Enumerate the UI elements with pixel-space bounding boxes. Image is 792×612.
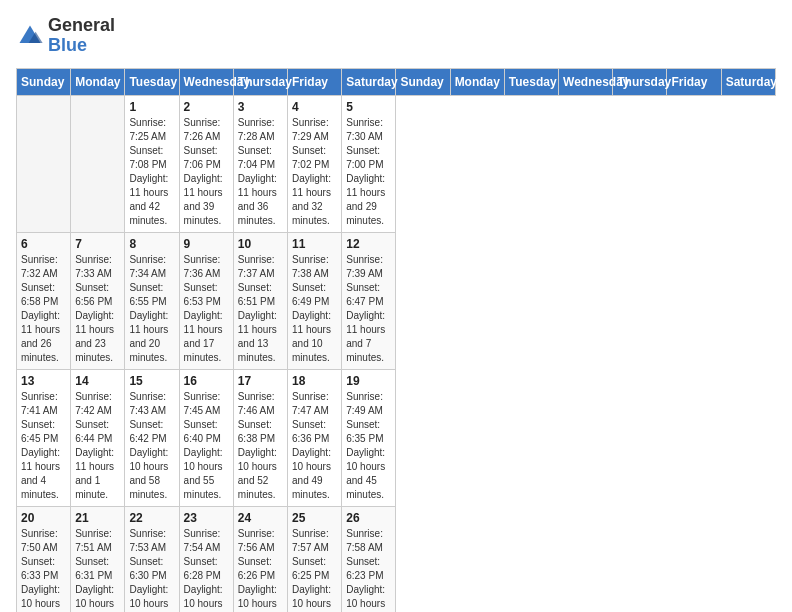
day-number: 22 (129, 511, 174, 525)
day-info: Sunrise: 7:32 AMSunset: 6:58 PMDaylight:… (21, 253, 66, 365)
day-info: Sunrise: 7:42 AMSunset: 6:44 PMDaylight:… (75, 390, 120, 502)
calendar-cell: 16Sunrise: 7:45 AMSunset: 6:40 PMDayligh… (179, 369, 233, 506)
calendar-cell: 12Sunrise: 7:39 AMSunset: 6:47 PMDayligh… (342, 232, 396, 369)
day-info: Sunrise: 7:49 AMSunset: 6:35 PMDaylight:… (346, 390, 391, 502)
day-number: 5 (346, 100, 391, 114)
calendar-week-row: 20Sunrise: 7:50 AMSunset: 6:33 PMDayligh… (17, 506, 776, 612)
day-number: 8 (129, 237, 174, 251)
calendar-cell: 24Sunrise: 7:56 AMSunset: 6:26 PMDayligh… (233, 506, 287, 612)
calendar-cell: 3Sunrise: 7:28 AMSunset: 7:04 PMDaylight… (233, 95, 287, 232)
day-info: Sunrise: 7:57 AMSunset: 6:25 PMDaylight:… (292, 527, 337, 612)
day-info: Sunrise: 7:45 AMSunset: 6:40 PMDaylight:… (184, 390, 229, 502)
header-tuesday: Tuesday (125, 68, 179, 95)
day-number: 10 (238, 237, 283, 251)
calendar-week-row: 1Sunrise: 7:25 AMSunset: 7:08 PMDaylight… (17, 95, 776, 232)
calendar-cell: 10Sunrise: 7:37 AMSunset: 6:51 PMDayligh… (233, 232, 287, 369)
calendar-cell: 18Sunrise: 7:47 AMSunset: 6:36 PMDayligh… (288, 369, 342, 506)
header-thursday: Thursday (613, 68, 667, 95)
day-info: Sunrise: 7:51 AMSunset: 6:31 PMDaylight:… (75, 527, 120, 612)
day-info: Sunrise: 7:36 AMSunset: 6:53 PMDaylight:… (184, 253, 229, 365)
calendar-cell: 13Sunrise: 7:41 AMSunset: 6:45 PMDayligh… (17, 369, 71, 506)
calendar-cell: 15Sunrise: 7:43 AMSunset: 6:42 PMDayligh… (125, 369, 179, 506)
day-info: Sunrise: 7:34 AMSunset: 6:55 PMDaylight:… (129, 253, 174, 365)
day-number: 11 (292, 237, 337, 251)
day-info: Sunrise: 7:33 AMSunset: 6:56 PMDaylight:… (75, 253, 120, 365)
header-thursday: Thursday (233, 68, 287, 95)
day-number: 21 (75, 511, 120, 525)
day-number: 2 (184, 100, 229, 114)
day-number: 19 (346, 374, 391, 388)
calendar-cell: 6Sunrise: 7:32 AMSunset: 6:58 PMDaylight… (17, 232, 71, 369)
day-info: Sunrise: 7:25 AMSunset: 7:08 PMDaylight:… (129, 116, 174, 228)
calendar-cell: 22Sunrise: 7:53 AMSunset: 6:30 PMDayligh… (125, 506, 179, 612)
day-number: 18 (292, 374, 337, 388)
calendar-cell: 14Sunrise: 7:42 AMSunset: 6:44 PMDayligh… (71, 369, 125, 506)
day-info: Sunrise: 7:30 AMSunset: 7:00 PMDaylight:… (346, 116, 391, 228)
calendar-cell: 19Sunrise: 7:49 AMSunset: 6:35 PMDayligh… (342, 369, 396, 506)
day-info: Sunrise: 7:38 AMSunset: 6:49 PMDaylight:… (292, 253, 337, 365)
header-monday: Monday (450, 68, 504, 95)
calendar-cell: 25Sunrise: 7:57 AMSunset: 6:25 PMDayligh… (288, 506, 342, 612)
day-info: Sunrise: 7:28 AMSunset: 7:04 PMDaylight:… (238, 116, 283, 228)
day-info: Sunrise: 7:58 AMSunset: 6:23 PMDaylight:… (346, 527, 391, 612)
logo-text: General Blue (48, 16, 115, 56)
day-number: 7 (75, 237, 120, 251)
calendar-cell: 1Sunrise: 7:25 AMSunset: 7:08 PMDaylight… (125, 95, 179, 232)
day-number: 24 (238, 511, 283, 525)
header-wednesday: Wednesday (559, 68, 613, 95)
day-info: Sunrise: 7:29 AMSunset: 7:02 PMDaylight:… (292, 116, 337, 228)
header-friday: Friday (667, 68, 721, 95)
logo: General Blue (16, 16, 115, 56)
day-info: Sunrise: 7:50 AMSunset: 6:33 PMDaylight:… (21, 527, 66, 612)
header-tuesday: Tuesday (504, 68, 558, 95)
calendar-cell: 21Sunrise: 7:51 AMSunset: 6:31 PMDayligh… (71, 506, 125, 612)
calendar-cell: 17Sunrise: 7:46 AMSunset: 6:38 PMDayligh… (233, 369, 287, 506)
header-saturday: Saturday (342, 68, 396, 95)
calendar-table: SundayMondayTuesdayWednesdayThursdayFrid… (16, 68, 776, 612)
day-info: Sunrise: 7:26 AMSunset: 7:06 PMDaylight:… (184, 116, 229, 228)
header-friday: Friday (288, 68, 342, 95)
logo-icon (16, 22, 44, 50)
day-info: Sunrise: 7:46 AMSunset: 6:38 PMDaylight:… (238, 390, 283, 502)
calendar-cell: 20Sunrise: 7:50 AMSunset: 6:33 PMDayligh… (17, 506, 71, 612)
header-monday: Monday (71, 68, 125, 95)
day-info: Sunrise: 7:54 AMSunset: 6:28 PMDaylight:… (184, 527, 229, 612)
header-sunday: Sunday (17, 68, 71, 95)
day-number: 16 (184, 374, 229, 388)
calendar-cell: 2Sunrise: 7:26 AMSunset: 7:06 PMDaylight… (179, 95, 233, 232)
calendar-header-row: SundayMondayTuesdayWednesdayThursdayFrid… (17, 68, 776, 95)
day-number: 6 (21, 237, 66, 251)
calendar-cell: 11Sunrise: 7:38 AMSunset: 6:49 PMDayligh… (288, 232, 342, 369)
header-saturday: Saturday (721, 68, 775, 95)
calendar-cell: 4Sunrise: 7:29 AMSunset: 7:02 PMDaylight… (288, 95, 342, 232)
calendar-cell: 7Sunrise: 7:33 AMSunset: 6:56 PMDaylight… (71, 232, 125, 369)
day-number: 13 (21, 374, 66, 388)
day-info: Sunrise: 7:41 AMSunset: 6:45 PMDaylight:… (21, 390, 66, 502)
calendar-cell: 9Sunrise: 7:36 AMSunset: 6:53 PMDaylight… (179, 232, 233, 369)
day-number: 4 (292, 100, 337, 114)
calendar-cell (71, 95, 125, 232)
calendar-cell: 5Sunrise: 7:30 AMSunset: 7:00 PMDaylight… (342, 95, 396, 232)
calendar-cell (17, 95, 71, 232)
header-sunday: Sunday (396, 68, 450, 95)
page-header: General Blue (16, 16, 776, 56)
day-info: Sunrise: 7:47 AMSunset: 6:36 PMDaylight:… (292, 390, 337, 502)
day-number: 12 (346, 237, 391, 251)
day-number: 20 (21, 511, 66, 525)
day-info: Sunrise: 7:53 AMSunset: 6:30 PMDaylight:… (129, 527, 174, 612)
day-number: 14 (75, 374, 120, 388)
day-number: 25 (292, 511, 337, 525)
day-info: Sunrise: 7:56 AMSunset: 6:26 PMDaylight:… (238, 527, 283, 612)
day-number: 3 (238, 100, 283, 114)
day-info: Sunrise: 7:43 AMSunset: 6:42 PMDaylight:… (129, 390, 174, 502)
day-number: 1 (129, 100, 174, 114)
calendar-cell: 26Sunrise: 7:58 AMSunset: 6:23 PMDayligh… (342, 506, 396, 612)
calendar-week-row: 6Sunrise: 7:32 AMSunset: 6:58 PMDaylight… (17, 232, 776, 369)
calendar-cell: 8Sunrise: 7:34 AMSunset: 6:55 PMDaylight… (125, 232, 179, 369)
day-info: Sunrise: 7:39 AMSunset: 6:47 PMDaylight:… (346, 253, 391, 365)
calendar-week-row: 13Sunrise: 7:41 AMSunset: 6:45 PMDayligh… (17, 369, 776, 506)
day-number: 23 (184, 511, 229, 525)
day-number: 15 (129, 374, 174, 388)
header-wednesday: Wednesday (179, 68, 233, 95)
calendar-cell: 23Sunrise: 7:54 AMSunset: 6:28 PMDayligh… (179, 506, 233, 612)
